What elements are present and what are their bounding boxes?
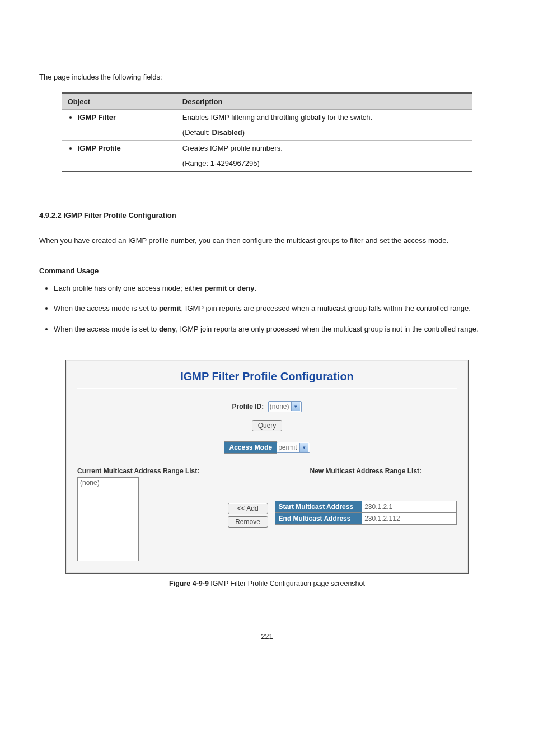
current-range-header: Current Multicast Address Range List: xyxy=(77,467,275,475)
start-address-input[interactable] xyxy=(362,501,456,512)
end-address-label: End Multicast Address xyxy=(275,513,362,525)
figure-caption: Figure 4-9-9 IGMP Filter Profile Configu… xyxy=(39,580,495,587)
object-igmp-filter: IGMP Filter xyxy=(78,113,171,122)
usage-item-2: When the access mode is set to permit, I… xyxy=(54,301,495,317)
usage-item-1: Each profile has only one access mode; e… xyxy=(54,281,495,297)
desc-igmp-profile-2: (Range: 1-4294967295) xyxy=(177,156,472,171)
current-range-listbox[interactable]: (none) xyxy=(77,477,139,561)
col-header-object: Object xyxy=(62,94,177,110)
usage-list: Each profile has only one access mode; e… xyxy=(39,281,495,338)
access-mode-select[interactable]: permit ▾ xyxy=(277,442,310,453)
remove-button[interactable]: Remove xyxy=(228,516,268,528)
add-button[interactable]: << Add xyxy=(228,503,268,514)
start-address-label: Start Multicast Address xyxy=(275,501,362,513)
desc-igmp-filter-2: (Default: Disabled) xyxy=(177,125,472,141)
access-mode-label: Access Mode xyxy=(224,441,277,454)
desc-igmp-profile-1: Creates IGMP profile numbers. xyxy=(177,141,472,156)
col-header-description: Description xyxy=(177,94,472,110)
config-screenshot: IGMP Filter Profile Configuration Profil… xyxy=(65,360,469,574)
profile-id-select[interactable]: (none) ▾ xyxy=(268,401,302,412)
desc-igmp-filter-1: Enables IGMP filtering and throttling gl… xyxy=(177,110,472,125)
usage-heading: Command Usage xyxy=(39,267,495,275)
query-button[interactable]: Query xyxy=(252,420,283,431)
chevron-down-icon: ▾ xyxy=(299,443,308,452)
new-range-header: New Multicast Address Range List: xyxy=(275,467,457,475)
usage-item-3: When the access mode is set to deny, IGM… xyxy=(54,321,495,338)
fields-table: Object Description IGMP Filter Enables I… xyxy=(62,92,472,172)
section-para: When you have created an IGMP profile nu… xyxy=(39,235,495,246)
page-number: 221 xyxy=(39,632,495,641)
section-heading: 4.9.2.2 IGMP Filter Profile Configuratio… xyxy=(39,211,495,220)
panel-title: IGMP Filter Profile Configuration xyxy=(77,368,457,389)
chevron-down-icon: ▾ xyxy=(291,402,300,411)
intro-text: The page includes the following fields: xyxy=(39,73,495,81)
list-item[interactable]: (none) xyxy=(80,479,136,487)
object-igmp-profile: IGMP Profile xyxy=(78,144,171,152)
end-address-input[interactable] xyxy=(362,513,456,524)
profile-id-label: Profile ID: xyxy=(232,403,264,410)
